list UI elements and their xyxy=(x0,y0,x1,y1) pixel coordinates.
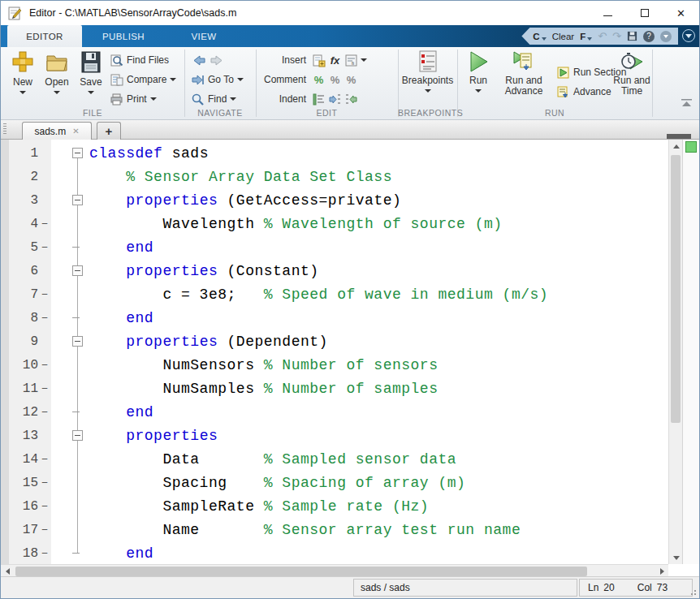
code-text[interactable]: end xyxy=(89,545,153,562)
code-fold-minus-icon[interactable] xyxy=(72,336,83,347)
code-line-1[interactable]: 1classdef sads xyxy=(1,141,667,165)
code-line-13[interactable]: 13 properties xyxy=(1,424,667,447)
line-number[interactable]: 14 xyxy=(1,452,38,467)
line-number[interactable]: 12 xyxy=(1,405,38,420)
insert-script-icon[interactable] xyxy=(312,54,326,67)
line-number[interactable]: 3 xyxy=(1,193,38,208)
line-number[interactable]: 1 xyxy=(1,146,38,161)
save-button[interactable]: Save xyxy=(74,50,108,94)
line-number[interactable]: 4 xyxy=(1,217,38,231)
line-number[interactable]: 8 xyxy=(1,311,38,325)
breakpoints-button[interactable]: Breakpoints xyxy=(398,50,457,93)
code-text[interactable]: properties (Dependent) xyxy=(89,334,328,350)
line-number[interactable]: 11 xyxy=(1,381,38,396)
code-line-5[interactable]: 5– end xyxy=(1,235,667,259)
code-fold-minus-icon[interactable] xyxy=(72,265,83,276)
code-line-2[interactable]: 2 % Sensor Array Data Set Class xyxy=(1,165,667,188)
run-button[interactable]: Run xyxy=(462,50,495,93)
save-icon[interactable] xyxy=(627,31,637,41)
code-line-16[interactable]: 16– SampleRate % Sample rate (Hz) xyxy=(1,494,667,518)
code-line-12[interactable]: 12– end xyxy=(1,400,667,424)
vertical-scrollbar-thumb[interactable] xyxy=(671,155,681,423)
code-line-17[interactable]: 17– Name % Sensor array test run name xyxy=(1,518,667,541)
undo-button[interactable]: ↶ xyxy=(598,30,607,42)
tab-close-icon[interactable]: ✕ xyxy=(72,127,79,136)
scroll-up-button[interactable] xyxy=(669,140,683,153)
indent-right-icon[interactable] xyxy=(328,93,342,106)
horizontal-scrollbar-thumb[interactable] xyxy=(15,567,587,576)
find-files-button[interactable]: Find Files xyxy=(110,53,169,67)
code-text[interactable]: end xyxy=(89,310,153,326)
code-line-14[interactable]: 14– Data % Sampled sensor data xyxy=(1,447,667,471)
line-number[interactable]: 9 xyxy=(1,334,38,349)
line-number[interactable]: 17 xyxy=(1,523,38,537)
forward-icon[interactable] xyxy=(210,54,223,67)
code-line-7[interactable]: 7– c = 3e8; % Speed of wave in medium (m… xyxy=(1,282,667,306)
code-fold-minus-icon[interactable] xyxy=(72,430,83,441)
code-fold-minus-icon[interactable] xyxy=(72,148,83,158)
code-text[interactable]: Name % Sensor array test run name xyxy=(89,522,521,538)
code-text[interactable]: Wavelength % Wavelength of source (m) xyxy=(89,216,503,232)
back-icon[interactable] xyxy=(192,54,206,67)
collapse-ribbon-button[interactable] xyxy=(681,97,693,111)
quick-access-clear-button[interactable]: Clear xyxy=(552,32,574,41)
code-line-9[interactable]: 9 properties (Dependent) xyxy=(1,330,667,353)
insert-function-icon[interactable]: fx xyxy=(328,54,342,67)
code-line-6[interactable]: 6 properties (Constant) xyxy=(1,259,667,282)
line-number[interactable]: 13 xyxy=(1,429,38,443)
open-button[interactable]: Open xyxy=(40,50,74,94)
code-text[interactable]: properties (GetAccess=private) xyxy=(89,192,401,209)
code-text[interactable]: properties xyxy=(89,428,218,444)
code-line-3[interactable]: 3 properties (GetAccess=private) xyxy=(1,188,667,212)
code-text[interactable]: NumSensors % Number of sensors xyxy=(89,357,438,373)
find-button[interactable]: Find xyxy=(191,92,236,106)
line-number[interactable]: 5 xyxy=(1,240,38,255)
code-text[interactable]: Spacing % Spacing of array (m) xyxy=(89,475,465,491)
code-text[interactable]: c = 3e8; % Speed of wave in medium (m/s) xyxy=(89,287,548,303)
code-line-18[interactable]: 18– end xyxy=(1,541,667,565)
code-line-15[interactable]: 15– Spacing % Spacing of array (m) xyxy=(1,471,667,494)
redo-button[interactable]: ↷ xyxy=(612,30,621,42)
ribbon-tab-editor[interactable]: EDITOR xyxy=(7,25,82,47)
line-number[interactable]: 7 xyxy=(1,287,38,302)
ribbon-tab-view[interactable]: VIEW xyxy=(165,25,243,47)
vertical-scrollbar[interactable] xyxy=(668,140,682,564)
comment-icon[interactable]: % xyxy=(312,73,326,87)
code-line-10[interactable]: 10– NumSensors % Number of sensors xyxy=(1,353,667,377)
code-text[interactable]: SampleRate % Sample rate (Hz) xyxy=(89,498,429,515)
code-text[interactable]: properties (Constant) xyxy=(89,263,319,279)
uncomment-icon[interactable]: % xyxy=(328,73,342,87)
code-text[interactable]: end xyxy=(89,404,153,420)
code-text[interactable]: end xyxy=(89,239,153,256)
run-and-time-button[interactable]: Run and Time xyxy=(611,50,652,97)
code-text[interactable]: classdef sads xyxy=(89,145,209,162)
code-line-8[interactable]: 8– end xyxy=(1,306,667,330)
indent-left-icon[interactable] xyxy=(344,93,358,106)
code-line-11[interactable]: 11– NumSamples % Number of samples xyxy=(1,377,667,400)
comment-wrap-icon[interactable]: % xyxy=(344,73,358,87)
close-button[interactable]: ✕ xyxy=(663,1,699,25)
run-and-advance-button[interactable]: Run and Advance xyxy=(498,50,550,97)
help-button[interactable]: ? xyxy=(643,31,655,42)
minimize-button[interactable] xyxy=(590,1,626,25)
tab-sads-m[interactable]: sads.m ✕ xyxy=(22,122,92,140)
ribbon-options-button[interactable] xyxy=(682,29,695,42)
code-analyzer-indicator[interactable] xyxy=(685,141,697,153)
maximize-button[interactable] xyxy=(626,1,663,25)
compare-button[interactable]: Compare xyxy=(110,72,176,87)
ribbon-tab-publish[interactable]: PUBLISH xyxy=(84,25,163,47)
line-number[interactable]: 2 xyxy=(1,170,38,184)
line-number[interactable]: 15 xyxy=(1,476,38,490)
code-text[interactable]: NumSamples % Number of samples xyxy=(89,381,438,397)
new-button[interactable]: New xyxy=(6,50,40,94)
quick-access-c-button[interactable]: C xyxy=(533,32,546,41)
print-button[interactable]: Print xyxy=(110,92,157,106)
line-number[interactable]: 6 xyxy=(1,264,38,278)
code-fold-minus-icon[interactable] xyxy=(72,195,83,205)
code-text[interactable]: Data % Sampled sensor data xyxy=(89,451,456,468)
code-text[interactable]: % Sensor Array Data Set Class xyxy=(89,169,392,185)
tab-bar-gripper-icon[interactable] xyxy=(3,123,6,136)
quick-access-menu-button[interactable] xyxy=(660,31,672,42)
smart-indent-icon[interactable] xyxy=(312,93,326,106)
code-line-4[interactable]: 4– Wavelength % Wavelength of source (m) xyxy=(1,212,667,235)
